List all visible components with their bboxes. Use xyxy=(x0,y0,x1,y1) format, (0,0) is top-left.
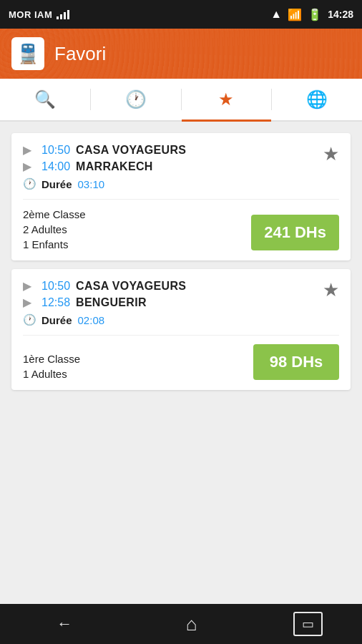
arrival-station-1: MARRAKECH xyxy=(76,160,153,173)
duration-value-1: 03:10 xyxy=(78,178,105,190)
card-1-header: ▶ 10:50 CASA VOYAGEURS ▶ 14:00 MARRAKECH… xyxy=(23,143,339,190)
status-right: ▲ 📶 🔋 14:28 xyxy=(270,8,353,21)
arrival-time-1: 14:00 xyxy=(41,160,70,173)
bottom-nav: ← ⌂ ▭ xyxy=(0,604,362,644)
tab-bar: 🔍 🕐 ★ 🌐 xyxy=(0,79,362,122)
departure-row-1: ▶ 10:50 CASA VOYAGEURS xyxy=(23,143,310,157)
duration-row-1: 🕐 Durée 03:10 xyxy=(23,177,310,190)
page-title: Favori xyxy=(54,43,106,65)
carrier-info: MOR IAM xyxy=(9,9,69,20)
duration-label-2: Durée xyxy=(41,314,72,326)
card-divider-2 xyxy=(23,335,339,336)
ticket-info-1: 2ème Classe 2 Adultes 1 Enfants xyxy=(23,208,86,250)
card-1-footer: 2ème Classe 2 Adultes 1 Enfants 241 DHs xyxy=(23,208,339,250)
status-bar: MOR IAM ▲ 📶 🔋 14:28 xyxy=(0,0,362,29)
favorite-card-2: ▶ 10:50 CASA VOYAGEURS ▶ 12:58 BENGUERIR… xyxy=(11,269,351,390)
tab-search[interactable]: 🔍 xyxy=(0,79,90,120)
card-2-header: ▶ 10:50 CASA VOYAGEURS ▶ 12:58 BENGUERIR… xyxy=(23,279,339,326)
home-button[interactable]: ⌂ xyxy=(169,608,215,641)
arrival-arrow-icon-1: ▶ xyxy=(23,160,36,173)
price-badge-1[interactable]: 241 DHs xyxy=(251,215,339,250)
clock-tab-icon: 🕐 xyxy=(125,89,147,109)
ticket-class-1: 2ème Classe xyxy=(23,208,86,220)
star-button-1[interactable]: ★ xyxy=(323,143,339,165)
ticket-children-1: 1 Enfants xyxy=(23,238,86,250)
duration-value-2: 02:08 xyxy=(78,314,105,326)
battery-icon: 🔋 xyxy=(308,8,322,21)
tab-globe[interactable]: 🌐 xyxy=(272,79,362,120)
tab-recent[interactable]: 🕐 xyxy=(91,79,181,120)
content-area: ▶ 10:50 CASA VOYAGEURS ▶ 14:00 MARRAKECH… xyxy=(0,122,362,604)
carrier-text: MOR IAM xyxy=(9,9,52,20)
departure-time-2: 10:50 xyxy=(41,280,70,293)
price-badge-2[interactable]: 98 DHs xyxy=(253,344,339,380)
ticket-adults-1: 2 Adultes xyxy=(23,223,86,235)
duration-clock-icon-2: 🕐 xyxy=(23,313,36,326)
back-button[interactable]: ← xyxy=(39,609,89,639)
signal-bars xyxy=(57,9,69,19)
departure-station-2: CASA VOYAGEURS xyxy=(76,280,186,293)
ticket-class-2: 1ère Classe xyxy=(23,353,80,365)
train-icon: 🚆 xyxy=(16,43,39,65)
arrival-arrow-icon-2: ▶ xyxy=(23,296,36,309)
app-header: 🚆 Favori xyxy=(0,29,362,79)
signal-icon: 📶 xyxy=(288,8,302,21)
arrival-time-2: 12:58 xyxy=(41,296,70,309)
card-divider-1 xyxy=(23,199,339,200)
bar-3 xyxy=(64,12,66,19)
arrival-row-2: ▶ 12:58 BENGUERIR xyxy=(23,296,310,309)
search-icon: 🔍 xyxy=(34,89,56,109)
recents-button[interactable]: ▭ xyxy=(293,612,323,636)
star-button-2[interactable]: ★ xyxy=(323,279,339,301)
ticket-info-2: 1ère Classe 1 Adultes xyxy=(23,353,80,380)
bar-2 xyxy=(60,14,62,19)
wifi-icon: ▲ xyxy=(270,8,282,21)
favorite-card-1: ▶ 10:50 CASA VOYAGEURS ▶ 14:00 MARRAKECH… xyxy=(11,133,351,260)
duration-row-2: 🕐 Durée 02:08 xyxy=(23,313,310,326)
bar-1 xyxy=(57,16,59,19)
departure-row-2: ▶ 10:50 CASA VOYAGEURS xyxy=(23,279,310,293)
arrival-station-2: BENGUERIR xyxy=(76,296,147,309)
departure-arrow-icon-2: ▶ xyxy=(23,279,36,293)
arrival-row-1: ▶ 14:00 MARRAKECH xyxy=(23,160,310,173)
departure-time-1: 10:50 xyxy=(41,144,70,157)
card-2-footer: 1ère Classe 1 Adultes 98 DHs xyxy=(23,344,339,380)
star-tab-icon: ★ xyxy=(218,89,234,109)
globe-icon: 🌐 xyxy=(306,89,328,109)
ticket-adults-2: 1 Adultes xyxy=(23,368,80,380)
tab-favorites[interactable]: ★ xyxy=(182,79,272,120)
time-display: 14:28 xyxy=(328,9,353,20)
departure-station-1: CASA VOYAGEURS xyxy=(76,144,186,157)
departure-arrow-icon-1: ▶ xyxy=(23,143,36,157)
duration-clock-icon-1: 🕐 xyxy=(23,177,36,190)
bar-4 xyxy=(67,10,69,19)
duration-label-1: Durée xyxy=(41,178,72,190)
app-logo: 🚆 xyxy=(11,37,44,70)
